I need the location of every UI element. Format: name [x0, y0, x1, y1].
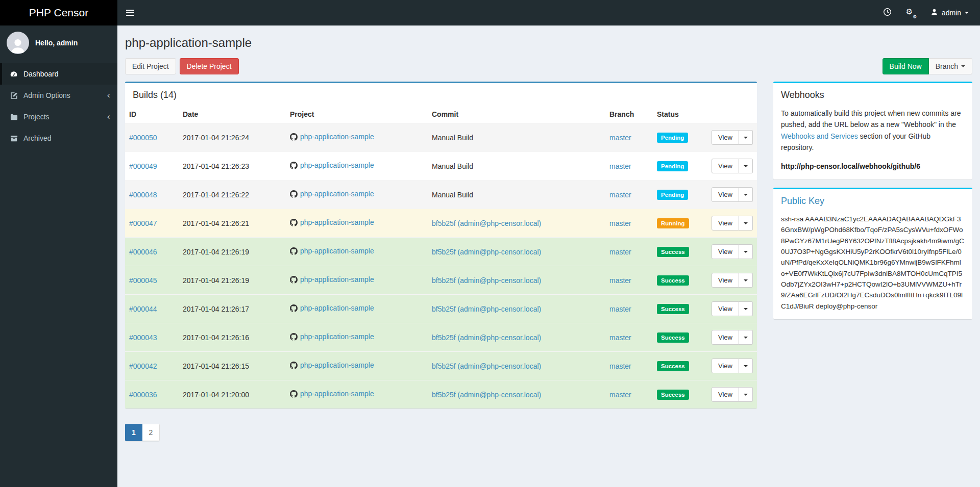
- github-icon: [290, 162, 298, 169]
- archive-icon: [10, 134, 18, 142]
- build-now-button[interactable]: Build Now: [883, 58, 929, 74]
- branch-link[interactable]: master: [609, 162, 631, 170]
- edit-project-button[interactable]: Edit Project: [125, 58, 176, 74]
- branch-link[interactable]: master: [609, 276, 631, 285]
- settings-button[interactable]: ⚙⚙: [899, 0, 923, 25]
- project-link[interactable]: php-application-sample: [300, 161, 374, 169]
- view-button[interactable]: View: [712, 301, 739, 316]
- build-date: 2017-01-04 21:20:00: [183, 391, 249, 399]
- commit-link[interactable]: bf5b25f (admin@php-censor.local): [432, 362, 541, 370]
- view-dropdown-toggle[interactable]: [739, 387, 753, 402]
- branch-link[interactable]: master: [609, 219, 631, 227]
- builds-panel: Builds (14) ID Date Project Commit Branc…: [125, 82, 757, 408]
- branch-label: Branch: [936, 62, 958, 70]
- branch-dropdown-button[interactable]: Branch: [929, 58, 972, 74]
- branch-link[interactable]: master: [609, 305, 631, 313]
- sidebar-toggle-button[interactable]: [117, 0, 143, 25]
- project-link[interactable]: php-application-sample: [300, 275, 374, 284]
- sidebar-item-dashboard[interactable]: Dashboard: [0, 63, 117, 85]
- github-icon: [290, 362, 298, 369]
- view-button[interactable]: View: [712, 330, 739, 345]
- view-dropdown-toggle[interactable]: [739, 159, 753, 173]
- view-button[interactable]: View: [712, 244, 739, 259]
- build-id-link[interactable]: #000036: [129, 391, 157, 399]
- project-link[interactable]: php-application-sample: [300, 218, 374, 226]
- commit-link[interactable]: bf5b25f (admin@php-censor.local): [432, 248, 541, 256]
- delete-project-button[interactable]: Delete Project: [180, 58, 239, 74]
- sidebar: Hello, admin Dashboard Admin Options ‹: [0, 25, 117, 487]
- build-id-link[interactable]: #000050: [129, 134, 157, 142]
- build-id-link[interactable]: #000044: [129, 305, 157, 313]
- view-button[interactable]: View: [712, 130, 739, 145]
- branch-link[interactable]: master: [609, 362, 631, 370]
- top-navbar: ⚙⚙ admin: [117, 0, 980, 25]
- view-button[interactable]: View: [712, 358, 739, 373]
- view-dropdown-toggle[interactable]: [739, 216, 753, 230]
- build-id-link[interactable]: #000048: [129, 191, 157, 199]
- pagination-page-1[interactable]: 1: [125, 424, 142, 441]
- table-row: #000049 2017-01-04 21:26:23 php-applicat…: [125, 152, 757, 181]
- commit-link[interactable]: bf5b25f (admin@php-censor.local): [432, 334, 541, 342]
- view-button[interactable]: View: [712, 387, 739, 402]
- column-header-project: Project: [286, 106, 428, 123]
- view-button[interactable]: View: [712, 273, 739, 288]
- user-name: admin: [942, 9, 961, 17]
- branch-link[interactable]: master: [609, 191, 631, 199]
- project-link[interactable]: php-application-sample: [300, 361, 374, 369]
- sidebar-item-archived[interactable]: Archived: [0, 127, 117, 149]
- column-header-id: ID: [125, 106, 179, 123]
- view-button[interactable]: View: [712, 159, 739, 173]
- branch-link[interactable]: master: [609, 391, 631, 399]
- github-icon: [290, 190, 298, 198]
- commit-link[interactable]: bf5b25f (admin@php-censor.local): [432, 219, 541, 227]
- brand-logo[interactable]: PHP Censor: [0, 0, 117, 25]
- edit-icon: [10, 91, 18, 99]
- build-id-link[interactable]: #000043: [129, 334, 157, 342]
- view-dropdown-toggle[interactable]: [739, 330, 753, 345]
- build-id-link[interactable]: #000042: [129, 362, 157, 370]
- webhooks-panel: Webhooks To automatically build this pro…: [773, 82, 972, 180]
- project-link[interactable]: php-application-sample: [300, 332, 374, 341]
- view-button[interactable]: View: [712, 187, 739, 202]
- view-dropdown-toggle[interactable]: [739, 273, 753, 288]
- branch-link[interactable]: master: [609, 134, 631, 142]
- build-id-link[interactable]: #000049: [129, 162, 157, 170]
- project-link[interactable]: php-application-sample: [300, 133, 374, 141]
- commit-link[interactable]: bf5b25f (admin@php-censor.local): [432, 276, 541, 285]
- user-menu[interactable]: admin: [923, 0, 974, 25]
- status-badge: Success: [657, 361, 689, 371]
- build-id-link[interactable]: #000045: [129, 276, 157, 285]
- github-icon: [290, 247, 298, 255]
- commit-link[interactable]: bf5b25f (admin@php-censor.local): [432, 305, 541, 313]
- caret-down-icon: [744, 165, 748, 167]
- pagination-page-2[interactable]: 2: [142, 424, 160, 441]
- build-id-link[interactable]: #000046: [129, 248, 157, 256]
- sidebar-item-admin-options[interactable]: Admin Options ‹: [0, 85, 117, 106]
- view-dropdown-toggle[interactable]: [739, 244, 753, 259]
- sidebar-item-projects[interactable]: Projects ‹: [0, 106, 117, 127]
- view-dropdown-toggle[interactable]: [739, 187, 753, 202]
- navbar-right: ⚙⚙ admin: [876, 0, 980, 25]
- commit-link[interactable]: bf5b25f (admin@php-censor.local): [432, 391, 541, 399]
- project-link[interactable]: php-application-sample: [300, 390, 374, 398]
- build-date: 2017-01-04 21:26:21: [183, 219, 249, 227]
- build-queue-button[interactable]: [876, 0, 899, 25]
- project-link[interactable]: php-application-sample: [300, 247, 374, 255]
- view-dropdown-toggle[interactable]: [739, 130, 753, 145]
- sidebar-item-label: Projects: [23, 113, 50, 121]
- webhook-url: http://php-censor.local/webhook/github/6: [781, 161, 965, 172]
- caret-down-icon: [744, 222, 748, 224]
- main-content: php-application-sample Edit Project Dele…: [117, 25, 980, 487]
- webhooks-services-link[interactable]: Webhooks and Services: [781, 132, 858, 140]
- sidebar-greeting: Hello, admin: [35, 39, 78, 47]
- view-dropdown-toggle[interactable]: [739, 301, 753, 316]
- view-button[interactable]: View: [712, 216, 739, 230]
- project-link[interactable]: php-application-sample: [300, 190, 374, 198]
- project-link[interactable]: php-application-sample: [300, 304, 374, 312]
- branch-link[interactable]: master: [609, 248, 631, 256]
- view-dropdown-toggle[interactable]: [739, 358, 753, 373]
- caret-down-icon: [744, 365, 748, 367]
- branch-link[interactable]: master: [609, 334, 631, 342]
- build-id-link[interactable]: #000047: [129, 219, 157, 227]
- table-row: #000036 2017-01-04 21:20:00 php-applicat…: [125, 380, 757, 409]
